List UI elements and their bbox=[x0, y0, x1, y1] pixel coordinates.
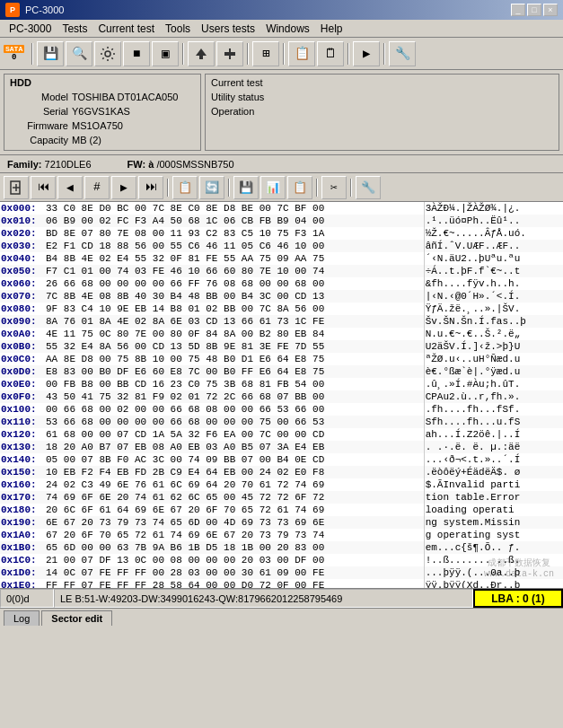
hex-ascii: ...‹ð¬<.t.»..´.Í bbox=[424, 453, 563, 466]
hex-row[interactable]: 0x0E0: 00 FB B8 00 BB CD 16 23 C0 75 3B … bbox=[0, 378, 563, 390]
tb2-wrench[interactable]: 🔧 bbox=[356, 176, 381, 199]
sata-port: 0 bbox=[12, 53, 16, 62]
maximize-button[interactable]: □ bbox=[527, 4, 541, 16]
hex-row[interactable]: 0x0F0: 43 50 41 75 32 81 F9 02 01 72 2C … bbox=[0, 390, 563, 403]
hex-row[interactable]: 0x110: 53 66 68 00 00 00 00 66 68 00 00 … bbox=[0, 416, 563, 428]
hex-row[interactable]: 0x1D0: 14 0C 07 FE FF FF 00 28 03 00 00 … bbox=[0, 566, 563, 579]
toolbar-btn-hdd[interactable]: 💾 bbox=[37, 41, 64, 66]
menu-windows[interactable]: Windows bbox=[260, 22, 315, 36]
family-label: Family: 7210DLE6 bbox=[7, 159, 92, 170]
toolbar-btn-up[interactable] bbox=[188, 41, 215, 66]
hex-addr: 0x120: bbox=[0, 428, 45, 441]
tb2-cut[interactable]: ✂ bbox=[321, 176, 347, 199]
firmware-value: MS1OA750 bbox=[72, 118, 123, 133]
hex-row[interactable]: 0x090: 8A 76 01 8A 4E 02 8A 6E 03 CD 13 … bbox=[0, 315, 563, 328]
hex-row[interactable]: 0x0D0: E8 83 00 B0 DF E6 60 E8 7C 00 B0 … bbox=[0, 365, 563, 378]
hex-row[interactable]: 0x050: F7 C1 01 00 74 03 FE 46 10 66 60 … bbox=[0, 265, 563, 277]
hdd-firmware-row: Firmware MS1OA750 bbox=[10, 118, 195, 133]
toolbar-btn-settings[interactable] bbox=[94, 41, 121, 66]
hex-row[interactable]: 0x040: B4 8B 4E 02 E4 55 32 0F 81 FE 55 … bbox=[0, 252, 563, 265]
toolbar-sep-5 bbox=[347, 43, 349, 65]
tb2-sep-1 bbox=[167, 179, 169, 197]
hex-row[interactable]: 0x070: 7C 8B 4E 08 8B 40 30 B4 48 BB 00 … bbox=[0, 290, 563, 303]
hex-row[interactable]: 0x000: 33 C0 8E D0 BC 00 7C 8E C0 8E D8 … bbox=[0, 202, 563, 215]
hdd-model-row: Model TOSHIBA DT01ACA050 bbox=[10, 90, 195, 104]
hex-row[interactable]: 0x060: 26 66 68 00 00 00 00 66 FF 76 08 … bbox=[0, 277, 563, 290]
close-button[interactable]: × bbox=[543, 4, 558, 16]
hex-row[interactable]: 0x0A0: 4E 11 75 0C 80 7E 00 80 0F 84 8A … bbox=[0, 328, 563, 340]
toolbar-btn-copy2[interactable]: 🗒 bbox=[317, 41, 344, 66]
tb2-new[interactable] bbox=[4, 176, 29, 199]
tb2-prev[interactable]: ◀ bbox=[57, 176, 83, 199]
hex-ascii: &fh....fÿv.h..h. bbox=[424, 277, 563, 290]
hex-addr: 0x040: bbox=[0, 252, 45, 265]
tb2-refresh[interactable]: 🔄 bbox=[199, 176, 224, 199]
hex-ascii: em...c{š¶.Õ.. ƒ. bbox=[424, 541, 563, 554]
hex-row[interactable]: 0x130: 18 20 A0 B7 07 EB 08 A0 EB 03 A0 … bbox=[0, 441, 563, 453]
hex-row[interactable]: 0x1B0: 65 6D 00 00 63 7B 9A B6 1B D5 18 … bbox=[0, 541, 563, 554]
toolbar-btn-level[interactable] bbox=[216, 41, 243, 66]
hex-ascii: tion table.Error bbox=[424, 491, 563, 504]
tb2-save[interactable]: 💾 bbox=[233, 176, 259, 199]
tb2-copy3[interactable]: 📋 bbox=[287, 176, 312, 199]
tb2-next[interactable]: ▶ bbox=[111, 176, 136, 199]
toolbar-btn-run[interactable]: ▶ bbox=[353, 41, 380, 66]
menu-tools[interactable]: Tools bbox=[160, 22, 196, 36]
hex-ascii: U2äŠV.Í.]‹ž.>þ}U bbox=[424, 340, 563, 353]
hex-bytes: 74 69 6F 6E 20 74 61 62 6C 65 00 45 72 7… bbox=[45, 491, 424, 504]
hex-bytes: 05 00 07 8B F0 AC 3C 00 74 09 BB 07 00 B… bbox=[45, 453, 424, 466]
hex-row[interactable]: 0x120: 61 68 00 00 07 CD 1A 5A 32 F6 EA … bbox=[0, 428, 563, 441]
hex-ascii: |‹N.‹@0´H».´<.Í. bbox=[424, 290, 563, 303]
hex-row[interactable]: 0x160: 24 02 C3 49 6E 76 61 6C 69 64 20 … bbox=[0, 478, 563, 491]
menu-current-test[interactable]: Current test bbox=[92, 22, 160, 36]
toolbar-btn-copy[interactable]: ▣ bbox=[152, 41, 179, 66]
hex-row[interactable]: 0x170: 74 69 6F 6E 20 74 61 62 6C 65 00 … bbox=[0, 491, 563, 504]
tab-log[interactable]: Log bbox=[4, 610, 40, 626]
toolbar-btn-search[interactable]: 🔍 bbox=[66, 41, 92, 66]
hex-row[interactable]: 0x1C0: 21 00 07 DF 13 0C 00 08 00 00 00 … bbox=[0, 554, 563, 566]
ct-operation-row: Operation bbox=[211, 104, 553, 118]
hex-addr: 0x080: bbox=[0, 303, 45, 315]
hex-bytes: 61 68 00 00 07 CD 1A 5A 32 F6 EA 00 7C 0… bbox=[45, 428, 424, 441]
tb2-chart[interactable]: 📊 bbox=[260, 176, 286, 199]
hex-row[interactable]: 0x140: 05 00 07 8B F0 AC 3C 00 74 09 BB … bbox=[0, 453, 563, 466]
hex-addr: 0x010: bbox=[0, 215, 45, 227]
tb2-last[interactable]: ⏭ bbox=[138, 176, 163, 199]
hex-addr: 0x090: bbox=[0, 315, 45, 328]
tb2-hash[interactable]: # bbox=[84, 176, 110, 199]
toolbar-btn-wrench[interactable]: 🔧 bbox=[389, 41, 416, 66]
toolbar-btn-grid[interactable]: ⊞ bbox=[252, 41, 279, 66]
hex-row[interactable]: 0x180: 20 6C 6F 61 64 69 6E 67 20 6F 70 … bbox=[0, 504, 563, 516]
toolbar-btn-paste[interactable]: 📋 bbox=[288, 41, 315, 66]
info-panel: HDD Model TOSHIBA DT01ACA050 Serial Y6GV… bbox=[0, 70, 563, 155]
tab-sector-edit[interactable]: Sector edit bbox=[41, 610, 112, 626]
hex-row[interactable]: 0x010: 06 B9 00 02 FC F3 A4 50 68 1C 06 … bbox=[0, 215, 563, 227]
hex-addr: 0x100: bbox=[0, 403, 45, 416]
menu-help[interactable]: Help bbox=[315, 22, 348, 36]
minimize-button[interactable]: _ bbox=[511, 4, 525, 16]
hex-row[interactable]: 0x0B0: 55 32 E4 8A 56 00 CD 13 5D 8B 9E … bbox=[0, 340, 563, 353]
hex-row[interactable]: 0x1A0: 67 20 6F 70 65 72 61 74 69 6E 67 … bbox=[0, 529, 563, 541]
hex-row[interactable]: 0x1E0: FF FF 07 FE FF FF 28 58 64 00 00 … bbox=[0, 579, 563, 588]
toolbar-btn-black[interactable]: ■ bbox=[123, 41, 150, 66]
menu-users-tests[interactable]: Users tests bbox=[196, 22, 260, 36]
hex-row[interactable]: 0x020: BD 8E 07 80 7E 08 00 11 93 C2 83 … bbox=[0, 227, 563, 240]
hex-addr: 0x110: bbox=[0, 416, 45, 428]
title-text: PC-3000 bbox=[25, 4, 511, 15]
hex-row[interactable]: 0x030: E2 F1 CD 18 88 56 00 55 C6 46 11 … bbox=[0, 240, 563, 252]
menu-pc3000[interactable]: PC-3000 bbox=[4, 22, 57, 36]
model-value: TOSHIBA DT01ACA050 bbox=[72, 90, 178, 104]
tb2-clipboard[interactable]: 📋 bbox=[172, 176, 198, 199]
hex-row[interactable]: 0x080: 9F 83 C4 10 9E EB 14 B8 01 02 BB … bbox=[0, 303, 563, 315]
menu-tests[interactable]: Tests bbox=[57, 22, 92, 36]
tb2-first[interactable]: ⏮ bbox=[31, 176, 56, 199]
hex-addr: 0x020: bbox=[0, 227, 45, 240]
hex-row[interactable]: 0x0C0: AA 8E D8 00 75 8B 10 00 75 48 B0 … bbox=[0, 353, 563, 365]
sata-badge: SATA bbox=[4, 45, 24, 53]
menu-bar: PC-3000 Tests Current test Tools Users t… bbox=[0, 20, 563, 38]
hex-bytes: 06 B9 00 02 FC F3 A4 50 68 1C 06 CB FB B… bbox=[45, 215, 424, 227]
hex-row[interactable]: 0x100: 00 66 68 00 02 00 00 66 68 08 00 … bbox=[0, 403, 563, 416]
hex-row[interactable]: 0x150: 10 EB F2 F4 EB FD 2B C9 E4 64 EB … bbox=[0, 466, 563, 478]
hex-view[interactable]: 0x000: 33 C0 8E D0 BC 00 7C 8E C0 8E D8 … bbox=[0, 202, 563, 588]
hex-row[interactable]: 0x190: 6E 67 20 73 79 73 74 65 6D 00 4D … bbox=[0, 516, 563, 529]
